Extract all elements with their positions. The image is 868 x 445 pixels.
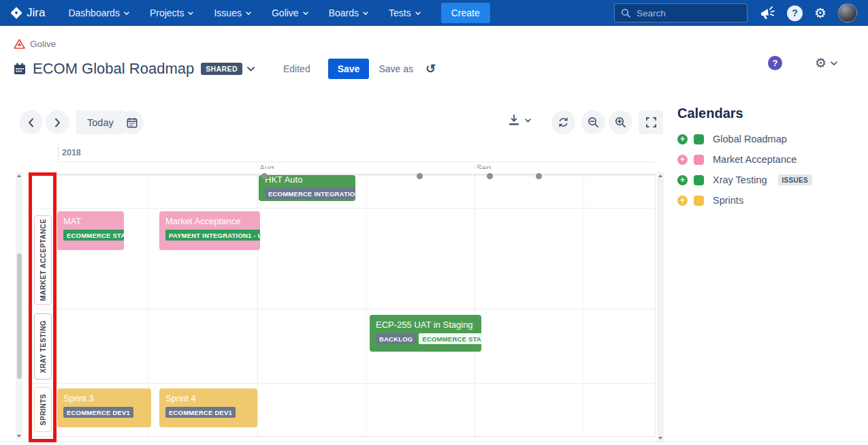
- export-button[interactable]: [504, 114, 535, 127]
- calendar-item-sprints[interactable]: + Sprints: [677, 195, 861, 206]
- year-tick: [58, 144, 59, 162]
- undo-icon[interactable]: ↺: [425, 61, 436, 76]
- color-swatch[interactable]: [694, 196, 704, 206]
- lane-label-market-acceptance[interactable]: MARKET ACCEPTANCE: [34, 215, 52, 305]
- scroll-down-arrow[interactable]: [17, 435, 21, 438]
- shared-badge: SHARED: [201, 63, 242, 75]
- title-chevron-down-icon[interactable]: [247, 67, 255, 72]
- gear-icon[interactable]: ⚙: [814, 6, 826, 20]
- row-divider: [27, 309, 655, 309]
- search-icon: [621, 8, 630, 18]
- right-scrollbar[interactable]: [657, 172, 664, 442]
- grid-bottom-border: [27, 436, 655, 437]
- chevron-down-icon: [303, 12, 308, 15]
- jira-logo-icon: [10, 6, 23, 20]
- grid-right-border: [655, 174, 656, 436]
- color-swatch[interactable]: [694, 175, 704, 185]
- announcements-icon[interactable]: [758, 5, 777, 21]
- nav-issues[interactable]: Issues: [214, 7, 251, 18]
- breadcrumb-golive-link[interactable]: Golive: [30, 39, 56, 49]
- version-badge: ECOMMERCE STAG: [63, 230, 124, 241]
- nav-dashboards[interactable]: Dashboards: [68, 7, 129, 18]
- grid-vline: [366, 174, 366, 436]
- calendar-icon: [127, 117, 138, 128]
- scroll-down-arrow[interactable]: [658, 437, 662, 440]
- download-icon: [508, 114, 520, 126]
- create-button[interactable]: Create: [441, 3, 490, 23]
- breadcrumb: Golive: [14, 39, 56, 49]
- nav-golive[interactable]: Golive: [272, 7, 308, 18]
- top-nav: Jira Dashboards Projects Issues Golive B…: [0, 0, 868, 26]
- nav-projects[interactable]: Projects: [150, 7, 194, 18]
- zoom-out-icon: [588, 117, 599, 128]
- version-badge: ECOMMERCE INTEGRATION2: [265, 188, 355, 199]
- settings-menu[interactable]: ⚙: [815, 57, 837, 70]
- calendar-icon: [14, 63, 26, 75]
- add-icon[interactable]: +: [677, 196, 688, 206]
- refresh-button[interactable]: [551, 110, 575, 134]
- version-badge: PAYMENT INTEGRATION1 - U: [165, 230, 260, 241]
- date-picker-button[interactable]: [120, 110, 144, 134]
- calendar-item-global-roadmap[interactable]: + Global Roadmap: [677, 134, 861, 144]
- edited-status: Edited: [283, 63, 310, 74]
- calendar-item-market-acceptance[interactable]: + Market Acceptance: [677, 154, 861, 165]
- zoom-in-button[interactable]: [609, 110, 632, 134]
- milestone-dot[interactable]: [487, 173, 493, 179]
- nav-boards[interactable]: Boards: [329, 7, 368, 18]
- nav-tests[interactable]: Tests: [389, 7, 421, 18]
- save-as-button[interactable]: Save as: [374, 59, 417, 79]
- left-scrollbar[interactable]: [16, 172, 22, 440]
- search-input[interactable]: [635, 7, 741, 19]
- user-avatar[interactable]: [838, 3, 857, 22]
- status-badge: BACKLOG: [376, 333, 416, 344]
- milestone-dot[interactable]: [417, 173, 423, 179]
- refresh-icon: [558, 117, 569, 128]
- lane-label-sprints[interactable]: SPRINTS: [34, 387, 52, 432]
- add-icon[interactable]: +: [677, 155, 688, 165]
- color-swatch[interactable]: [694, 155, 704, 165]
- add-icon[interactable]: +: [677, 175, 688, 185]
- next-button[interactable]: [46, 110, 69, 134]
- lane-label-xray-testing[interactable]: XRAY TESTING: [34, 313, 52, 380]
- event-bar-sprint-3[interactable]: Sprint 3 ECOMMERCE DEV1: [57, 388, 151, 427]
- prev-button[interactable]: [19, 110, 43, 134]
- scroll-up-arrow[interactable]: [17, 174, 21, 177]
- chevron-right-icon: [54, 118, 61, 127]
- jira-golive-app: Jira Dashboards Projects Issues Golive B…: [0, 0, 868, 445]
- fullscreen-button[interactable]: [639, 110, 663, 134]
- add-icon[interactable]: +: [677, 134, 688, 144]
- event-bar-mat[interactable]: MAT ECOMMERCE STAG: [57, 211, 124, 250]
- help-icon[interactable]: ?: [787, 5, 803, 21]
- color-swatch[interactable]: [694, 134, 704, 144]
- help-icon[interactable]: ?: [768, 56, 782, 70]
- event-bar-hkt-auto[interactable]: HKT Auto ECOMMERCE INTEGRATION2: [259, 175, 355, 201]
- scroll-up-arrow[interactable]: [658, 174, 662, 177]
- board-badge: ECOMMERCE DEV1: [165, 407, 236, 418]
- nav-menus: Dashboards Projects Issues Golive Boards…: [68, 7, 420, 18]
- search-box[interactable]: [614, 3, 748, 22]
- chevron-down-icon: [525, 119, 531, 123]
- milestone-dot[interactable]: [261, 173, 268, 179]
- panel-bottom-border: [0, 442, 868, 442]
- today-button[interactable]: Today: [76, 110, 125, 134]
- calendar-item-xray-testing[interactable]: + Xray Testing ISSUES: [677, 174, 861, 185]
- board-badge: ECOMMERCE DEV1: [63, 407, 133, 418]
- zoom-in-icon: [615, 117, 626, 128]
- event-bar-sprint-4[interactable]: Sprint 4 ECOMMERCE DEV1: [159, 388, 257, 427]
- jira-logo[interactable]: Jira: [10, 6, 45, 20]
- jira-brand-label: Jira: [27, 6, 45, 20]
- event-bar-market-acceptance[interactable]: Market Acceptance PAYMENT INTEGRATION1 -…: [159, 211, 260, 250]
- grid-top-border: [27, 174, 655, 174]
- page-header-actions: ? ⚙: [768, 56, 837, 70]
- scrollbar-thumb[interactable]: [17, 254, 22, 379]
- event-bar-ecp-255[interactable]: ECP-255 UAT in Staging BACKLOG ECOMMERCE…: [370, 315, 481, 352]
- zoom-out-button[interactable]: [581, 110, 605, 134]
- timeline-year: 2018: [62, 148, 81, 157]
- row-divider: [27, 383, 655, 384]
- chevron-down-icon: [831, 61, 837, 65]
- chevron-down-icon: [415, 12, 421, 15]
- milestone-dot[interactable]: [536, 173, 542, 179]
- grid-vline: [583, 174, 584, 436]
- chevron-down-icon: [188, 12, 193, 15]
- save-button[interactable]: Save: [328, 59, 370, 79]
